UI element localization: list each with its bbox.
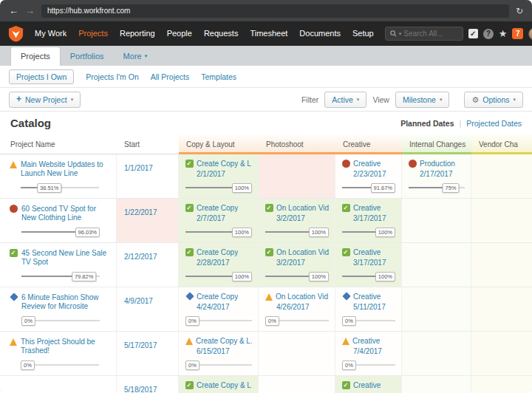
task-date-link[interactable]: 3/17/2017: [353, 259, 395, 267]
reload-icon[interactable]: ↻: [516, 6, 523, 16]
start-date-link[interactable]: 1/22/2017: [124, 208, 157, 216]
task-date-link[interactable]: 3/17/2017: [353, 214, 395, 222]
task-name-link[interactable]: Creative: [352, 337, 380, 346]
project-name-link[interactable]: Main Website Updates to Launch New Line: [21, 160, 110, 178]
task-name-link[interactable]: Creative: [353, 204, 381, 213]
url-bar[interactable]: https://hub.workfront.com: [41, 4, 509, 18]
star-icon[interactable]: ★: [499, 28, 508, 39]
project-name-link[interactable]: 60 Second TV Spot for New Clothing Line: [21, 205, 110, 222]
task-name-link[interactable]: Create Copy & L...: [197, 160, 252, 168]
nav-item-my-work[interactable]: My Work: [29, 21, 72, 46]
warning-triangle-icon: [10, 161, 17, 168]
nav-item-timesheet[interactable]: Timesheet: [244, 21, 293, 46]
subnav-item-all-projects[interactable]: All Projects: [151, 72, 190, 81]
column-header-copy-layout[interactable]: Copy & Layout: [179, 134, 259, 154]
help-icon[interactable]: ?: [483, 29, 494, 39]
start-date-link[interactable]: 1/1/2017: [124, 164, 153, 172]
nav-item-documents[interactable]: Documents: [293, 21, 347, 46]
task-date-link[interactable]: 6/15/2017: [197, 347, 252, 355]
task-date-link[interactable]: 5/11/2017: [353, 303, 395, 311]
filter-dropdown[interactable]: Active ▾: [324, 92, 366, 108]
task-date-link[interactable]: 4/26/2017: [276, 303, 329, 311]
progress-bar: 100%: [185, 182, 252, 192]
task-name-link[interactable]: On Location Vid...: [276, 248, 329, 257]
check-square-icon: [185, 160, 194, 168]
table-row: This Project Should be Trashed!0%5/17/20…: [0, 332, 532, 376]
task-date-link[interactable]: 2/1/2017: [197, 170, 252, 178]
projected-dates-link[interactable]: Projected Dates: [466, 119, 522, 128]
task-name-link[interactable]: Creative: [353, 381, 381, 390]
nav-item-requests[interactable]: Requests: [198, 21, 244, 46]
project-name-wrap: Main Website Updates to Launch New Line3…: [17, 160, 110, 198]
view-dropdown[interactable]: Milestone ▾: [395, 92, 449, 108]
tab-more[interactable]: More▾: [114, 47, 157, 66]
column-header-creative[interactable]: Creative: [335, 134, 402, 154]
nav-item-people[interactable]: People: [161, 21, 198, 46]
task-name-link[interactable]: Creative: [353, 160, 381, 168]
task-date-link[interactable]: 3/2/2017: [276, 259, 329, 267]
column-header-vendor-cha[interactable]: Vendor Cha: [471, 134, 532, 154]
milestone-cell: [471, 199, 532, 242]
milestone-cell: [402, 287, 471, 331]
nav-item-projects[interactable]: Projects: [72, 21, 114, 46]
column-header-project-name[interactable]: Project Name: [0, 134, 117, 154]
progress-value: 100%: [375, 228, 395, 237]
task-name-link[interactable]: On Location Vid...: [276, 293, 329, 301]
subnav-item-projects-i-m-on[interactable]: Projects I'm On: [86, 72, 138, 81]
task-date-link[interactable]: 2/7/2017: [197, 214, 252, 222]
checkbox-icon[interactable]: ✓: [468, 29, 478, 38]
task-name-link[interactable]: On Location Vid...: [276, 204, 329, 213]
subnav-item-projects-i-own[interactable]: Projects I Own: [9, 69, 74, 84]
task-name-link[interactable]: Production: [420, 160, 455, 168]
blue-diamond-icon: [10, 293, 18, 301]
subnav-item-templates[interactable]: Templates: [201, 72, 236, 81]
nav-item-setup[interactable]: Setup: [347, 21, 380, 46]
project-name-link[interactable]: 6 Minute Fashion Show Review for Microsi…: [21, 293, 110, 311]
task-name-link[interactable]: Create Copy: [197, 248, 238, 257]
task-name-link[interactable]: Create Copy: [197, 204, 238, 213]
task-name-link[interactable]: Create Copy & L...: [197, 381, 252, 390]
start-date-cell: 5/18/2017: [117, 376, 179, 393]
nav-menu: My WorkProjectsReportingPeopleRequestsTi…: [29, 21, 347, 46]
tab-bar: ProjectsPortfoliosMore▾: [0, 46, 532, 66]
planned-dates-link[interactable]: Planned Dates: [400, 119, 454, 128]
column-header-internal-changes[interactable]: Internal Changes: [402, 134, 471, 154]
column-header-photoshoot[interactable]: Photoshoot: [259, 134, 335, 154]
new-project-button[interactable]: + New Project ▾: [9, 92, 81, 108]
column-header-start[interactable]: Start: [117, 134, 179, 154]
task-title-row: Create Copy & L...: [185, 160, 252, 168]
task-date-link[interactable]: 7/4/2017: [353, 347, 395, 355]
task-name-link[interactable]: Create Copy & L...: [196, 337, 252, 346]
check-square-icon: [185, 381, 194, 389]
notification-badge[interactable]: 7: [512, 28, 523, 39]
start-date-link[interactable]: 5/18/2017: [124, 386, 157, 393]
project-name-link[interactable]: This Project Should be Trashed!: [21, 338, 110, 355]
start-date-link[interactable]: 2/12/2017: [124, 253, 157, 261]
task-name-link[interactable]: Creative: [353, 248, 381, 257]
project-name-link[interactable]: 45 Second New Line Sale TV Spot: [21, 249, 110, 267]
warning-triangle-icon: [265, 293, 273, 301]
back-icon[interactable]: ←: [9, 0, 18, 21]
tab-projects[interactable]: Projects: [10, 47, 61, 66]
search-box[interactable]: ▾: [385, 27, 463, 41]
start-date-link[interactable]: 5/17/2017: [124, 341, 157, 349]
task-date-link[interactable]: 2/17/2017: [420, 170, 465, 178]
forward-icon[interactable]: →: [25, 0, 35, 21]
search-icon: [390, 30, 397, 37]
workfront-logo-icon[interactable]: [7, 25, 24, 42]
task-name-link[interactable]: Create Copy: [197, 293, 238, 301]
milestone-cell: Creative7/4/20170%: [335, 332, 402, 375]
nav-item-reporting[interactable]: Reporting: [114, 21, 161, 46]
task-date-link[interactable]: 2/28/2017: [197, 259, 252, 267]
options-button[interactable]: ⚙ Options ▾: [464, 92, 523, 108]
task-name-link[interactable]: Creative: [353, 293, 381, 301]
search-input[interactable]: [403, 30, 452, 38]
progress-value: 75%: [442, 183, 459, 193]
task-date-link[interactable]: 2/23/2017: [353, 170, 395, 178]
task-date-link[interactable]: 4/24/2017: [197, 303, 252, 311]
milestone-cell: [402, 332, 471, 375]
start-date-link[interactable]: 4/9/2017: [124, 297, 153, 305]
tab-portfolios[interactable]: Portfolios: [61, 47, 114, 66]
task-date-link[interactable]: 3/2/2017: [276, 214, 329, 222]
avatar[interactable]: [528, 27, 532, 41]
